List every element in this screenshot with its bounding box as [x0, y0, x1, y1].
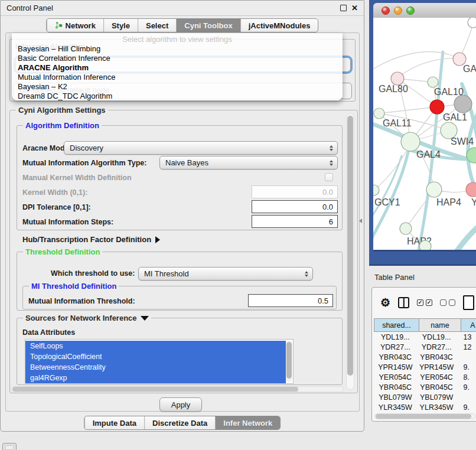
column-header-shared-name[interactable]: shared...	[374, 318, 419, 332]
select-all-columns-icon[interactable]: ✓ ✓	[417, 299, 432, 306]
aracne-mode-combo[interactable]: Discovery	[64, 141, 338, 155]
table-row[interactable]: YBR045C YBR045C 9.	[374, 382, 476, 392]
tab[interactable]: Network	[47, 19, 103, 32]
node-label: GAL80	[379, 84, 408, 94]
node-label: GAL1	[443, 112, 467, 122]
unchecked-box-icon	[440, 299, 446, 306]
algorithm-option[interactable]: Dream8 DC_TDC Algorithm	[12, 92, 343, 100]
network-node[interactable]	[391, 72, 404, 85]
which-threshold-value: MI Threshold	[144, 269, 189, 278]
tab[interactable]: Style	[103, 19, 138, 32]
network-node[interactable]	[419, 240, 431, 250]
column-header-name[interactable]: name	[419, 318, 461, 332]
unchecked-box-icon	[449, 299, 455, 306]
cell-value: 13	[457, 333, 476, 341]
unselect-all-columns-icon[interactable]	[440, 299, 455, 306]
network-node[interactable]	[400, 223, 412, 234]
manual-kernel-checkbox[interactable]	[325, 173, 333, 181]
table-panel: ⚙ ✓ ✓ shared... name A YDL19... YDL19...	[371, 287, 476, 422]
dpi-tolerance-field[interactable]: 0.0	[252, 200, 338, 213]
kernel-width-label: Kernel Width (0,1):	[22, 188, 87, 197]
table-row[interactable]: YDR27... YDR27... 12	[374, 342, 476, 352]
tab-label: jActiveMNodules	[249, 21, 311, 30]
hub-factor-expander[interactable]: Hub/Transcription Factor Definition	[22, 235, 160, 244]
network-node[interactable]	[428, 77, 438, 87]
node-label: GAL11	[383, 118, 412, 128]
cell-shared-name: YBR043C	[374, 353, 417, 361]
float-panel-icon[interactable]	[340, 5, 347, 11]
manual-kernel-label: Manual Kernel Width Definition	[22, 174, 132, 182]
tab[interactable]: Cyni Toolbox	[176, 19, 240, 32]
cell-name: YBR043C	[417, 353, 457, 361]
tab[interactable]: Discretize Data	[144, 416, 215, 429]
mi-steps-field[interactable]: 6	[252, 215, 338, 228]
network-node[interactable]	[468, 18, 476, 28]
table-row[interactable]: YBR043C YBR043C	[374, 352, 476, 362]
list-item[interactable]: BetweennessCentrality	[25, 362, 286, 373]
list-item[interactable]: gal4RGexp	[25, 373, 286, 383]
network-canvas[interactable]: GALGAL80GAL10GAL1GAL11GAL4SWI4GCY1HAP4YH…	[373, 18, 476, 252]
settings-vertical-scrollbar[interactable]	[346, 113, 354, 390]
algorithm-option[interactable]: Bayesian – K2	[12, 82, 343, 92]
which-threshold-combo[interactable]: MI Threshold	[138, 267, 313, 281]
list-vertical-scrollbar[interactable]	[286, 341, 292, 382]
network-window-titlebar[interactable]	[373, 3, 476, 18]
mi-type-combo[interactable]: Naive Bayes	[159, 156, 338, 169]
minimize-window-icon[interactable]	[394, 6, 402, 15]
settings-vscroll-thumb[interactable]	[347, 116, 353, 376]
data-attributes-list[interactable]: SelfLoops TopologicalCoefficient Between…	[25, 339, 294, 384]
table-row[interactable]: YPR145W YPR145W 9.	[374, 362, 476, 372]
algorithm-option[interactable]: ARACNE Algorithm	[12, 63, 343, 73]
table-row[interactable]: YLR345W YLR345W 9.	[374, 402, 476, 412]
which-threshold-label: Which threshold to use:	[51, 269, 135, 278]
document-icon[interactable]	[463, 295, 474, 310]
algorithm-dropdown-popup: Select algorithm to view settings Bayesi…	[12, 33, 343, 100]
cell-shared-name: YBR045C	[374, 383, 417, 392]
tab[interactable]: jActiveMNodules	[240, 19, 318, 32]
table-hscroll-thumb[interactable]	[376, 414, 471, 419]
tab-label: Impute Data	[93, 419, 136, 428]
mi-type-value: Naive Bayes	[165, 158, 208, 167]
cyni-mode-tabs: Impute Data Discretize Data Infer Networ…	[84, 416, 281, 430]
column-header-partial[interactable]: A	[461, 318, 476, 332]
gear-icon[interactable]: ⚙	[380, 297, 390, 308]
list-item[interactable]: TopologicalCoefficient	[25, 351, 286, 362]
network-node[interactable]	[430, 100, 444, 114]
dpi-tolerance-value: 0.0	[322, 203, 333, 211]
network-node[interactable]	[454, 95, 472, 113]
list-vscroll-thumb[interactable]	[286, 342, 292, 379]
column-layout-icon[interactable]	[398, 297, 409, 308]
algorithm-option[interactable]: Basic Correlation Inference	[12, 54, 343, 63]
network-node[interactable]	[374, 108, 384, 119]
list-item[interactable]: SelfLoops	[25, 341, 286, 351]
network-node[interactable]	[401, 132, 420, 151]
mi-threshold-label: Mutual Information Threshold:	[28, 297, 135, 305]
sources-group-title-wrap[interactable]: Sources for Network Inference	[23, 314, 151, 322]
panel-splitter-arrow-icon[interactable]	[359, 219, 362, 223]
table-row[interactable]: YER054C YER054C 8.	[374, 372, 476, 382]
tab[interactable]: Impute Data	[84, 416, 144, 429]
zoom-window-icon[interactable]	[406, 6, 415, 15]
algorithm-definition-title: Algorithm Definition	[23, 121, 102, 130]
table-horizontal-scrollbar[interactable]	[374, 413, 476, 419]
network-desktop: GALGAL80GAL10GAL1GAL11GAL4SWI4GCY1HAP4YH…	[369, 0, 476, 266]
network-node[interactable]	[426, 182, 442, 197]
floating-panel-button[interactable]	[2, 443, 17, 450]
cell-name: YBR045C	[417, 383, 457, 392]
algorithm-option[interactable]: Bayesian – Hill Climbing	[12, 44, 343, 54]
tab[interactable]: Infer Network	[215, 416, 280, 429]
apply-button[interactable]: Apply	[159, 397, 202, 412]
control-panel-window: Control Panel ✕	[0, 0, 364, 432]
dpi-tolerance-label: DPI Tolerance [0,1]:	[22, 203, 91, 211]
tab[interactable]: Select	[138, 19, 176, 32]
close-panel-icon[interactable]: ✕	[351, 4, 358, 12]
settings-horizontal-scrollbar[interactable]	[11, 386, 344, 392]
table-row[interactable]: YBL079W YBL079W	[374, 392, 476, 402]
close-window-icon[interactable]	[382, 6, 390, 15]
table-row[interactable]: YDL19... YDL19... 13	[374, 332, 476, 342]
mi-threshold-field[interactable]: 0.5	[248, 294, 333, 307]
kernel-width-field[interactable]: 0.0	[252, 185, 338, 198]
network-node[interactable]	[466, 182, 476, 197]
settings-hscroll-thumb[interactable]	[12, 387, 298, 392]
algorithm-option[interactable]: Mutual Information Inference	[12, 73, 343, 82]
